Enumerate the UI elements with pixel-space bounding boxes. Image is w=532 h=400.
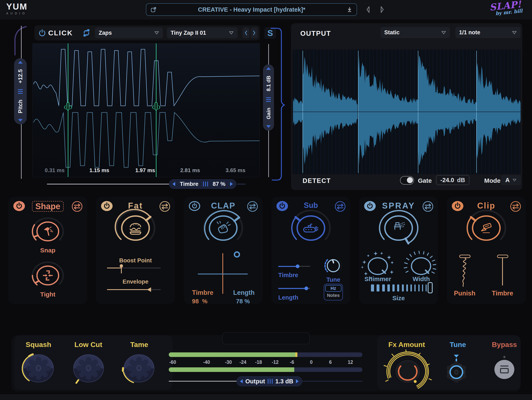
compress-icon [43,271,53,280]
shape-title[interactable]: Shape [32,201,63,212]
output-right-arrow-icon[interactable] [296,379,299,383]
fat-knob[interactable] [96,209,175,248]
output-slider-track-right[interactable] [302,381,362,381]
bottom-notch-tab[interactable] [222,332,310,344]
marker-right-chevron-icon[interactable] [158,105,161,110]
marker-handle[interactable] [66,102,70,110]
timbre-right-arrow-icon[interactable] [230,182,233,186]
spray-can-icon [394,222,405,230]
sub-timbre-label: Timbre [278,272,298,279]
module-clap: CLAP Timbre 98 % Length 78 % [184,197,263,304]
gate-toggle-knob[interactable] [407,177,413,183]
marker-right-chevron-icon[interactable] [70,105,73,110]
timbre-slider[interactable]: Timbre 87 % [169,179,236,189]
fx-amount-knob[interactable] [383,349,433,394]
output-slider-track-left[interactable] [169,381,236,381]
submarine-icon [304,224,318,232]
spray-knob[interactable] [359,209,438,248]
tame-knob[interactable] [119,351,159,387]
sub-hz-notes-toggle[interactable]: Hz Notes [324,284,343,300]
marker-left-chevron-icon[interactable] [152,105,154,110]
gate-toggle[interactable] [400,176,414,185]
squash-knob[interactable] [19,351,58,387]
timbre-left-arrow-icon[interactable] [172,182,175,186]
boost-point-label: Boost Point [96,257,175,264]
xy-pad-horizontal-axis[interactable] [198,274,248,274]
brand-top: YUM [6,2,27,11]
snap-knob[interactable] [8,215,87,246]
external-link-icon[interactable] [151,6,157,13]
clip-timbre-slider[interactable] [502,258,503,285]
click-marker-2[interactable] [156,44,157,177]
click-header: CLICK Zaps Tiny Zap II 01 [34,25,260,40]
gear-icon [124,355,154,382]
sync-swap-icon[interactable] [82,29,91,37]
size-slider-handle[interactable] [428,282,433,293]
timbre-grip[interactable] [203,181,208,187]
mode-dropdown[interactable]: A [501,175,521,185]
output-grip[interactable] [268,379,273,384]
master-tune-knob[interactable] [442,354,471,389]
click-waveform-display: 0.31 ms 1.15 ms 1.97 ms 2.81 ms 3.65 ms [32,43,260,177]
boost-point-slider[interactable] [107,268,161,268]
envelope-handle[interactable] [147,287,151,292]
chevron-down-icon [441,31,446,35]
preset-back-button[interactable] [365,6,371,13]
clap-x-value: 98 % [192,298,207,305]
pitch-down-arrow-icon[interactable] [18,119,23,122]
clip-timbre-slider-handle[interactable] [497,255,508,258]
preset-browser[interactable]: CREATIVE - Heavy Impact [hydratek]* [146,3,357,16]
sub-notes-option[interactable]: Notes [324,292,342,299]
xy-pad-marker[interactable] [234,251,240,258]
click-sample-dropdown[interactable]: Tiny Zap II 01 [167,27,238,38]
output-rate-dropdown[interactable]: 1/1 note [455,27,520,38]
pitch-grip[interactable] [18,89,23,94]
sub-length-handle[interactable] [304,286,308,290]
click-marker-1[interactable] [68,44,68,177]
lowcut-knob[interactable] [69,351,108,387]
sample-next-button[interactable] [251,27,258,38]
marker-handle[interactable] [155,102,158,110]
bypass-label: Bypass [486,341,523,349]
download-icon[interactable] [347,7,352,13]
sub-knob[interactable] [271,209,350,248]
sub-timbre-slider[interactable] [278,266,310,267]
sample-prev-button[interactable] [242,27,250,38]
sub-tune-knob[interactable] [323,256,344,277]
tight-knob[interactable] [8,259,87,290]
envelope-slider[interactable] [107,289,161,290]
output-slider[interactable]: Output 1.3 dB [236,376,302,386]
clip-knob[interactable] [447,209,526,248]
gate-threshold-field[interactable]: -24.0 dB [436,175,469,185]
top-bar: YUM AUDIO CREATIVE - Heavy Impact [hydra… [0,0,532,19]
click-waveform [33,44,260,177]
marker-left-chevron-icon[interactable] [63,105,66,110]
meter-scale: -60 -40 -30 -24 -18 -12 -6 0 6 12 [169,360,362,366]
burger-icon [130,224,141,234]
output-left-arrow-icon[interactable] [240,379,243,383]
module-clip: Clip Punish Timbre [447,197,526,304]
time-label: 1.15 ms [89,167,109,174]
sub-hz-option[interactable]: Hz [325,285,342,292]
size-slider[interactable] [371,284,427,292]
shape-power-button[interactable] [13,201,25,212]
bypass-button[interactable] [494,360,514,379]
pitch-slider[interactable]: +12.5 Pitch [14,58,27,124]
preset-name[interactable]: CREATIVE - Heavy Impact [hydratek]* [157,6,347,13]
sub-timbre-handle[interactable] [296,265,299,268]
shape-swap-button[interactable] [71,201,83,212]
boost-point-stem[interactable] [121,265,122,273]
clap-knob[interactable] [184,209,263,248]
tame-label: Tame [121,341,157,349]
click-power-button[interactable] [38,29,46,37]
tune-pointer-icon [454,355,459,358]
output-mode-dropdown[interactable]: Static [380,27,450,38]
solo-bracket [268,27,287,182]
preset-forward-button[interactable] [379,6,385,13]
pitch-up-arrow-icon[interactable] [18,61,23,64]
module-shape: Shape Snap Tight [8,197,87,304]
click-category-dropdown[interactable]: Zaps [95,27,163,38]
sub-length-slider[interactable] [278,288,310,289]
timbre-slider-track[interactable] [47,184,169,184]
punish-slider[interactable] [458,258,471,287]
